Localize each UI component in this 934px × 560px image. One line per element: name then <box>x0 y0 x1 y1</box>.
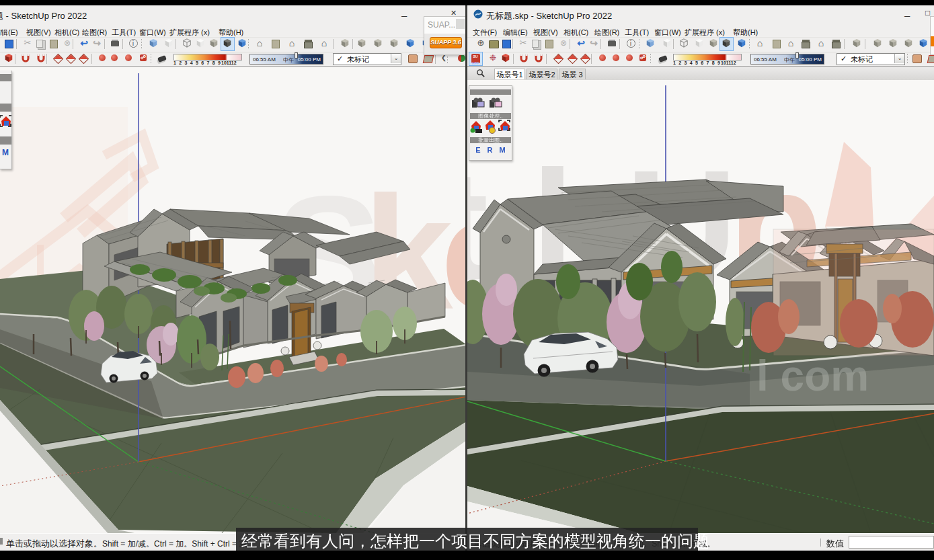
svg-text:l com: l com <box>756 352 869 400</box>
